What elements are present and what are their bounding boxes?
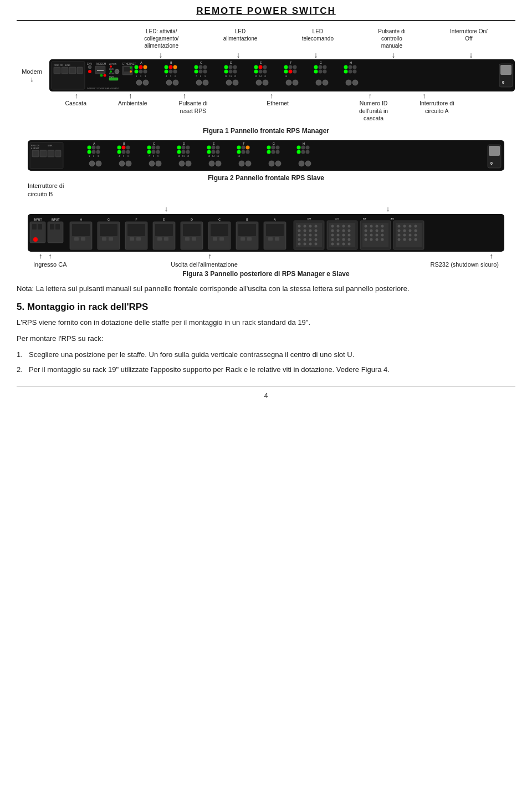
svg-point-65: [254, 70, 258, 74]
svg-rect-228: [38, 224, 42, 230]
bottom-label-uscita: Uscita dell'alimentazione: [171, 261, 238, 268]
figure2-caption: Figura 2 Pannello frontale RPS Slave: [17, 174, 515, 182]
modem-label: Modem↓: [17, 68, 47, 83]
svg-point-154: [147, 150, 151, 154]
arrow-up-ingresso-ca: ↑ ↑: [39, 252, 52, 260]
svg-point-204: [96, 161, 101, 166]
svg-point-72: [289, 70, 293, 74]
svg-rect-231: [50, 224, 54, 230]
svg-text:LINK: LINK: [109, 68, 114, 70]
panel3-svg: INPUT INPUT H G F E D C B A: [28, 214, 504, 252]
svg-point-293: [309, 238, 312, 241]
svg-point-113: [293, 80, 298, 85]
svg-point-107: [203, 80, 208, 85]
svg-point-109: [233, 80, 238, 85]
svg-point-172: [237, 150, 241, 154]
section5: 5. Montaggio in rack dell'RPS L'RPS vien…: [17, 302, 515, 375]
svg-point-14: [100, 74, 103, 77]
svg-text:14: 14: [212, 155, 215, 157]
svg-point-342: [403, 225, 406, 227]
svg-point-40: [144, 65, 147, 69]
svg-point-51: [199, 65, 203, 69]
svg-text:11: 11: [229, 75, 232, 78]
svg-point-170: [242, 145, 245, 149]
svg-text:10: 10: [225, 75, 228, 78]
section5-sub-intro: Per montare l'RPS su rack:: [17, 333, 515, 345]
svg-point-348: [415, 229, 417, 232]
svg-point-313: [331, 238, 334, 241]
step1: 1. Scegliere una posizione per le staffe…: [17, 349, 515, 361]
figure3-caption: Figura 3 Pannello posteriore di RPS Mana…: [17, 270, 515, 278]
svg-point-155: [152, 150, 156, 154]
svg-text:B/F: B/F: [363, 217, 367, 220]
svg-text:13: 13: [208, 155, 211, 157]
svg-point-162: [186, 150, 190, 154]
svg-point-160: [177, 150, 181, 154]
svg-point-117: [352, 80, 358, 85]
svg-text:13: 13: [255, 75, 258, 78]
svg-rect-246: [100, 224, 117, 236]
svg-point-205: [119, 161, 125, 166]
svg-text:15: 15: [264, 75, 267, 78]
svg-point-74: [314, 65, 318, 69]
bottom-label-interruttore-a: Interruttore dicircuito A: [420, 100, 454, 115]
svg-text:C: C: [200, 61, 202, 64]
svg-point-163: [207, 145, 211, 149]
svg-point-296: [304, 242, 306, 245]
svg-point-59: [224, 70, 228, 74]
svg-point-310: [337, 233, 340, 236]
svg-point-56: [224, 65, 228, 69]
svg-point-110: [256, 80, 262, 85]
svg-point-174: [246, 150, 250, 154]
svg-point-279: [298, 225, 301, 227]
svg-point-139: [88, 145, 91, 149]
svg-point-76: [323, 65, 327, 69]
svg-text:INPUT: INPUT: [34, 218, 42, 221]
svg-rect-268: [247, 237, 252, 241]
svg-rect-232: [55, 224, 60, 230]
svg-point-292: [304, 238, 306, 241]
svg-rect-130: [55, 150, 61, 157]
svg-text:14: 14: [259, 75, 262, 78]
svg-point-305: [331, 229, 334, 232]
svg-point-80: [344, 65, 348, 69]
svg-rect-259: [185, 237, 190, 241]
svg-text:D: D: [183, 142, 185, 145]
svg-point-106: [196, 80, 202, 85]
svg-point-308: [348, 229, 351, 232]
nota-text: Nota: La lettera sui pulsanti manuali su…: [17, 283, 515, 294]
svg-point-112: [286, 80, 291, 85]
svg-point-55: [203, 70, 207, 74]
svg-text:10: 10: [178, 155, 181, 157]
svg-point-312: [348, 233, 351, 236]
bottom-label-numeroid: Numero IDdell'unità incascata: [359, 100, 388, 123]
svg-point-335: [365, 238, 367, 241]
svg-point-115: [323, 80, 328, 85]
svg-rect-243: [74, 237, 79, 241]
svg-point-331: [365, 233, 367, 236]
arrow-up-ethernet: ↑: [270, 91, 274, 100]
svg-text:H: H: [303, 142, 305, 145]
svg-point-343: [409, 225, 412, 227]
svg-text:ENV: ENV: [87, 63, 92, 65]
svg-text:G: G: [108, 218, 110, 221]
svg-point-329: [376, 229, 378, 232]
bottom-label-cascata: Cascata: [65, 100, 86, 108]
svg-rect-227: [32, 224, 37, 230]
svg-point-57: [229, 65, 233, 69]
svg-text:F: F: [243, 142, 244, 145]
svg-point-111: [263, 80, 268, 85]
section5-heading: 5. Montaggio in rack dell'RPS: [17, 302, 515, 313]
svg-point-70: [293, 65, 297, 69]
svg-point-71: [284, 70, 288, 74]
svg-point-214: [245, 161, 251, 166]
section5-intro: L'RPS viene fornito con in dotazione del…: [17, 317, 515, 329]
svg-rect-255: [157, 237, 162, 241]
svg-point-82: [353, 65, 357, 69]
svg-point-180: [276, 150, 280, 154]
svg-rect-244: [81, 237, 85, 241]
label-led-telecomando: LEDtelecomando: [302, 28, 334, 49]
svg-point-326: [381, 225, 384, 227]
svg-point-355: [409, 238, 412, 241]
svg-point-85: [353, 70, 357, 74]
